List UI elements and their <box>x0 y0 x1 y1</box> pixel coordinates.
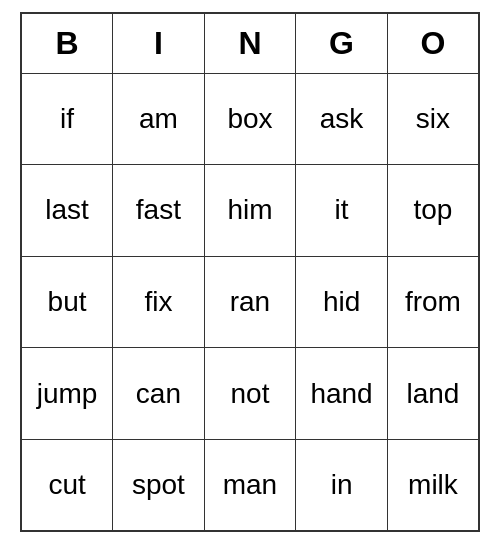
bingo-cell-1-4: top <box>387 165 479 257</box>
bingo-header: BINGO <box>21 13 479 73</box>
bingo-cell-2-2: ran <box>204 256 296 348</box>
header-row: BINGO <box>21 13 479 73</box>
bingo-cell-1-1: fast <box>113 165 205 257</box>
header-col-b: B <box>21 13 113 73</box>
bingo-cell-3-2: not <box>204 348 296 440</box>
bingo-cell-1-2: him <box>204 165 296 257</box>
bingo-row-0: ifamboxasksix <box>21 73 479 165</box>
bingo-cell-3-3: hand <box>296 348 388 440</box>
header-col-g: G <box>296 13 388 73</box>
bingo-cell-1-0: last <box>21 165 113 257</box>
bingo-cell-3-1: can <box>113 348 205 440</box>
bingo-cell-2-0: but <box>21 256 113 348</box>
bingo-cell-0-2: box <box>204 73 296 165</box>
bingo-cell-2-1: fix <box>113 256 205 348</box>
bingo-cell-4-2: man <box>204 439 296 531</box>
bingo-cell-0-1: am <box>113 73 205 165</box>
bingo-cell-0-4: six <box>387 73 479 165</box>
bingo-cell-3-4: land <box>387 348 479 440</box>
header-col-n: N <box>204 13 296 73</box>
bingo-row-2: butfixranhidfrom <box>21 256 479 348</box>
bingo-cell-3-0: jump <box>21 348 113 440</box>
bingo-cell-4-1: spot <box>113 439 205 531</box>
bingo-row-1: lastfasthimittop <box>21 165 479 257</box>
bingo-card: BINGO ifamboxasksixlastfasthimittopbutfi… <box>20 12 480 532</box>
bingo-cell-0-0: if <box>21 73 113 165</box>
header-col-i: I <box>113 13 205 73</box>
bingo-cell-4-4: milk <box>387 439 479 531</box>
bingo-cell-2-4: from <box>387 256 479 348</box>
bingo-cell-4-0: cut <box>21 439 113 531</box>
bingo-cell-0-3: ask <box>296 73 388 165</box>
bingo-row-3: jumpcannothandland <box>21 348 479 440</box>
bingo-body: ifamboxasksixlastfasthimittopbutfixranhi… <box>21 73 479 531</box>
bingo-row-4: cutspotmaninmilk <box>21 439 479 531</box>
header-col-o: O <box>387 13 479 73</box>
bingo-cell-2-3: hid <box>296 256 388 348</box>
bingo-cell-1-3: it <box>296 165 388 257</box>
bingo-cell-4-3: in <box>296 439 388 531</box>
